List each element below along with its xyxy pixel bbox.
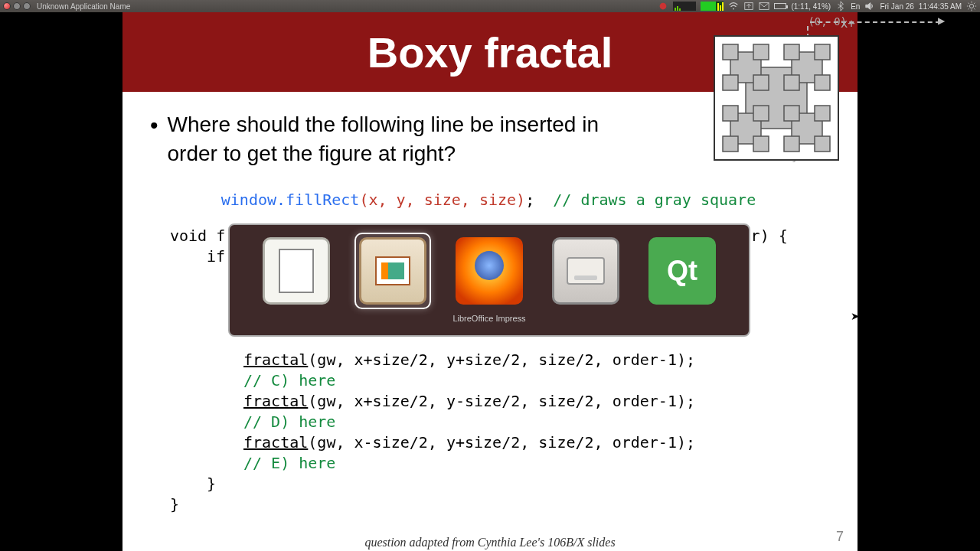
code-c1-comment: // C) here: [243, 370, 827, 391]
window-minimize-button[interactable]: [13, 2, 21, 10]
code-c3-comment: // E) here: [243, 453, 827, 474]
svg-rect-21: [753, 136, 769, 152]
switcher-app-impress[interactable]: [354, 233, 431, 309]
code-c1-rest: (gw, x+size/2, y+size/2, size/2, order-1…: [308, 350, 695, 369]
switcher-app-libreoffice[interactable]: [258, 233, 335, 309]
code-fn-post: r) {: [751, 227, 788, 245]
svg-rect-22: [784, 106, 799, 121]
question-text-inner: Where should the following line be inser…: [168, 110, 625, 168]
svg-rect-19: [753, 106, 769, 121]
svg-rect-20: [723, 136, 738, 152]
question-text: Where should the following line be inser…: [150, 110, 625, 168]
wifi-icon[interactable]: [728, 2, 739, 11]
app-title: Unknown Application Name: [37, 2, 130, 11]
qt-icon: Qt: [648, 237, 716, 305]
svg-rect-16: [784, 75, 799, 90]
app-switcher[interactable]: Qt LibreOffice Impress: [228, 223, 750, 337]
bluetooth-icon[interactable]: [835, 2, 846, 11]
clock-date[interactable]: Fri Jan 26: [880, 2, 913, 11]
firefox-icon: [456, 237, 523, 305]
code-if: if: [207, 247, 225, 266]
gear-icon[interactable]: [966, 2, 977, 11]
code-c1-call: fractal: [243, 350, 308, 369]
x-axis-line: [810, 21, 940, 23]
volume-icon[interactable]: [864, 2, 875, 11]
code-c2-call: fractal: [243, 392, 308, 410]
svg-point-4: [969, 4, 973, 8]
page-number: 7: [836, 529, 844, 545]
code-fn-pre: void f: [170, 227, 225, 245]
keyboard-lang[interactable]: En: [851, 2, 860, 11]
switcher-app-files[interactable]: [547, 233, 624, 309]
mail-icon[interactable]: [759, 2, 769, 11]
svg-rect-13: [753, 75, 769, 90]
svg-rect-17: [815, 75, 830, 90]
code-c2-comment: // D) here: [243, 412, 827, 432]
mem-graph[interactable]: [701, 2, 724, 11]
code-args: (x, y, size, size): [359, 191, 525, 209]
svg-rect-14: [784, 44, 799, 60]
battery-icon[interactable]: [774, 3, 786, 9]
svg-rect-10: [723, 44, 738, 60]
code-fillrect-line: window.fillRect(x, y, size, size); // dr…: [150, 190, 827, 210]
svg-rect-11: [753, 44, 769, 60]
code-c3-call: fractal: [243, 433, 308, 452]
switcher-app-firefox[interactable]: [451, 233, 528, 309]
code-comment: // draws a gray square: [553, 191, 756, 209]
files-icon: [552, 237, 619, 305]
clock-time[interactable]: 11:44:35 AM: [919, 2, 962, 11]
svg-point-0: [660, 3, 667, 10]
code-c2-rest: (gw, x+size/2, y-size/2, size/2, order-1…: [308, 392, 695, 410]
code-semi: ;: [525, 191, 534, 209]
code-close-inner: }: [207, 474, 827, 494]
svg-rect-15: [815, 44, 830, 60]
slide-attribution: question adapted from Cynthia Lee's 106B…: [122, 536, 858, 549]
switcher-selected-label: LibreOffice Impress: [452, 314, 525, 323]
window-maximize-button[interactable]: [23, 2, 31, 10]
switcher-app-qt[interactable]: Qt: [644, 233, 720, 309]
qt-icon-label: Qt: [667, 255, 697, 287]
impress-icon: [359, 237, 426, 305]
svg-point-1: [733, 8, 735, 10]
x-axis-label: x+: [841, 16, 855, 31]
fractal-diagram: [714, 35, 839, 161]
svg-rect-18: [723, 106, 738, 121]
record-icon[interactable]: [658, 2, 668, 11]
window-controls: [3, 2, 31, 10]
cpu-graph[interactable]: [673, 2, 696, 11]
code-close-outer: }: [170, 494, 827, 515]
svg-rect-24: [784, 136, 799, 152]
updates-icon[interactable]: [743, 2, 754, 11]
system-menubar: Unknown Application Name (1:11, 41%) En …: [0, 0, 980, 12]
mouse-cursor: ➤: [851, 310, 860, 322]
system-tray: (1:11, 41%) En Fri Jan 26 11:44:35 AM: [658, 2, 977, 11]
code-call: window.fillRect: [221, 191, 360, 209]
window-close-button[interactable]: [3, 2, 11, 10]
battery-text: (1:11, 41%): [791, 2, 831, 11]
svg-rect-25: [815, 136, 830, 152]
svg-rect-12: [723, 75, 738, 90]
code-c3-rest: (gw, x-size/2, y+size/2, size/2, order-1…: [308, 433, 695, 452]
document-icon: [263, 237, 330, 305]
svg-rect-23: [815, 106, 830, 121]
